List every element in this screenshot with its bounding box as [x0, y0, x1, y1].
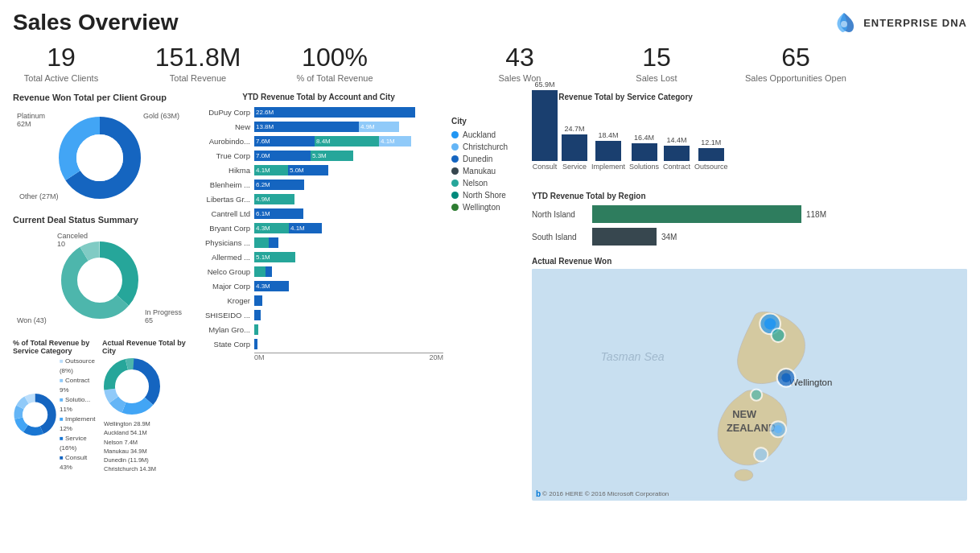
ytd-bar-seg1: [254, 310, 261, 320]
ytd-bar-label: Kroger: [194, 296, 254, 305]
ytd-bar-val1: 6.1M: [254, 210, 272, 217]
kpi-total-revenue: 151.8M Total Revenue: [150, 43, 246, 83]
ytd-bar-val1: 5.1M: [254, 254, 272, 261]
ytd-bar-track: 4.9M: [254, 194, 294, 204]
ytd-bar-track: 22.6M: [254, 107, 415, 118]
ytd-bar-label: New: [194, 122, 254, 131]
ytd-bar-row: Libertas Gr...4.9M: [194, 193, 443, 205]
ytd-bar-label: Mylan Gro...: [194, 325, 254, 334]
dunedin-dot: [754, 448, 768, 461]
actual-service-title: Actual Revenue Total by Service Category: [532, 93, 967, 101]
region-bar-row: South Island34M: [532, 228, 967, 246]
ytd-bar-row: Allermed ...5.1M: [194, 251, 443, 263]
ytd-bar-row: Nelco Group: [194, 266, 443, 278]
bing-logo: b: [536, 489, 541, 498]
service-bar-col: 65.9MConsult: [532, 80, 558, 171]
city-legend-dot: [451, 143, 459, 151]
ytd-bar-seg1: 4.3M: [254, 281, 289, 291]
ytd-bar-seg2: 5.0M: [288, 165, 328, 175]
service-bar-col: 24.7MService: [562, 125, 587, 171]
ytd-bar-row: Cantrell Ltd6.1M: [194, 208, 443, 220]
ytd-bar-track: [254, 295, 262, 306]
ytd-bar-track: 7.6M8.4M4.1M: [254, 136, 411, 147]
ytd-bar-val1: 4.3M: [254, 225, 272, 232]
kpi-value-sales-open: 65: [745, 43, 846, 72]
revenue-won-title: Revenue Won Total per Client Group: [13, 93, 186, 102]
ytd-bar-title: YTD Revenue Total by Account and City: [194, 93, 443, 101]
pct-service-section: % of Total Revenue by Service Category: [13, 339, 97, 474]
ytd-region-section: YTD Revenue Total by Region North Island…: [532, 192, 967, 250]
ytd-bar-label: State Corp: [194, 340, 254, 349]
actual-won-title: Actual Revenue Won: [532, 257, 967, 266]
ytd-bar-label: Allermed ...: [194, 253, 254, 262]
ytd-bar-val2: 5.3M: [311, 152, 328, 159]
ytd-bar-val1: 4.9M: [254, 196, 272, 203]
ytd-bar-track: 13.8M4.9M: [254, 122, 399, 132]
svg-point-15: [23, 402, 47, 427]
revenue-won-chart: Gold (63M) Platinum62M Other (27M): [13, 105, 186, 210]
wellington-dot-inner: [781, 373, 790, 382]
actual-city-donut-svg: [102, 357, 163, 417]
auckland-dot-inner: [764, 318, 776, 329]
logo-area: ENTERPRISE DNA: [831, 10, 967, 35]
ytd-bar-row: New13.8M4.9M: [194, 121, 443, 133]
ytd-bar-row: Kroger: [194, 295, 443, 307]
ytd-bar-track: [254, 266, 272, 277]
city-legend-label: Auckland: [463, 130, 496, 139]
revenue-won-donut-svg: [51, 109, 148, 206]
ytd-bar-val2: 5.0M: [288, 167, 306, 174]
page-title: Sales Overview: [13, 10, 178, 35]
bing-text: © 2016 HERE © 2016 Microsoft Corporation: [542, 490, 669, 497]
main-layout: Revenue Won Total per Client Group Gold …: [13, 93, 967, 479]
ytd-bar-track: 4.1M5.0M: [254, 165, 328, 175]
service-bar-value-label: 65.9M: [534, 80, 554, 89]
ytd-bar-val1: 7.6M: [254, 138, 272, 145]
ytd-bar-seg1: 6.2M: [254, 180, 304, 190]
city-legend-dot: [451, 131, 459, 138]
svg-point-22: [116, 370, 148, 402]
ytd-bar-label: SHISEIDO ...: [194, 311, 254, 320]
ytd-bar-row: State Corp: [194, 338, 443, 350]
service-bar-fill: [632, 143, 657, 161]
ytd-bar-seg1: 5.1M: [254, 252, 295, 262]
city-legend-dot: [451, 204, 459, 211]
ytd-bar-seg1: 7.0M: [254, 151, 311, 161]
ytd-bar-row: Blenheim ...6.2M: [194, 179, 443, 191]
kpi-pct-revenue: 100% % of Total Revenue: [286, 43, 383, 83]
ytd-bar-label: Libertas Gr...: [194, 195, 254, 204]
region-bar-row: North Island118M: [532, 205, 967, 223]
service-bar-name-label: Contract: [663, 163, 690, 171]
ytd-bar-val1: 13.8M: [254, 123, 275, 130]
revenue-won-section: Revenue Won Total per Client Group Gold …: [13, 93, 186, 210]
region-bar-label: South Island: [532, 233, 592, 241]
kpi-value-sales-lost: 15: [608, 43, 705, 72]
region-bar-value: 34M: [661, 233, 677, 241]
region-bar-value: 118M: [806, 210, 826, 219]
city-legend-label: Nelson: [463, 179, 488, 188]
ytd-bar-track: 4.3M: [254, 281, 289, 291]
legend-contract: ■ Contract 9%: [60, 376, 97, 395]
bottom-donuts: % of Total Revenue by Service Category: [13, 339, 186, 474]
city-legend-nelson: Nelson 7.4M: [104, 438, 156, 447]
ytd-bar-seg2: 5.3M: [311, 151, 353, 161]
ytd-bar-label: Blenheim ...: [194, 180, 254, 189]
service-bar-value-label: 14.4M: [667, 136, 687, 144]
city-legend-item: Nelson: [451, 179, 524, 188]
pct-service-legend: ■ Outsource (8%) ■ Contract 9% ■ Solutio…: [60, 357, 97, 473]
ytd-bar-val1: 4.1M: [254, 167, 272, 174]
city-legend-item: Dunedin: [451, 155, 524, 163]
ytd-bar-row: Major Corp4.3M: [194, 280, 443, 292]
city-legend-items: AucklandChristchurchDunedinManukauNelson…: [451, 130, 524, 212]
ytd-bar-val1: 6.2M: [254, 181, 272, 188]
middle-column: YTD Revenue Total by Account and City Du…: [194, 93, 443, 479]
manukau-dot: [772, 328, 785, 342]
ytd-bar-seg1: 13.8M: [254, 122, 359, 132]
ytd-bar-seg1: [254, 295, 262, 306]
map-svg: Tasman Sea NEW ZEALAND Wellington: [532, 269, 967, 498]
ytd-bar-seg1: 4.1M: [254, 165, 288, 175]
ytd-bar-row: Physicians ...: [194, 237, 443, 249]
logo-enterprise: ENTERPRISE: [863, 17, 938, 29]
service-bar-fill: [698, 148, 724, 161]
kpi-value-pct-revenue: 100%: [286, 43, 383, 72]
ytd-bar-val2: 4.1M: [289, 225, 307, 232]
